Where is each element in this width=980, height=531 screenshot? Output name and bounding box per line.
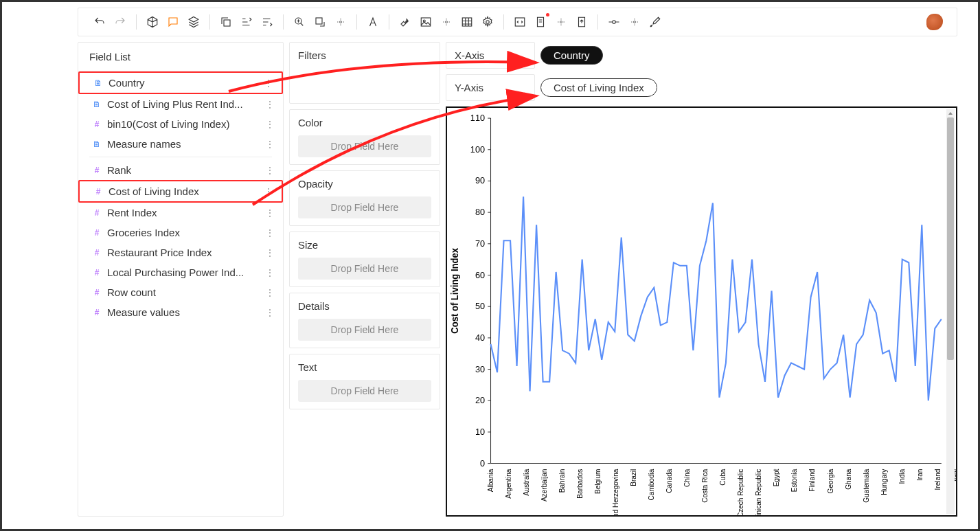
chat-icon[interactable] <box>166 14 181 30</box>
svg-text:Cambodia: Cambodia <box>648 468 655 500</box>
y-axis-label: Y-Axis <box>446 74 535 101</box>
kebab-menu-icon[interactable]: ⋮ <box>265 207 275 218</box>
details-shelf[interactable]: Details Drop Field Here <box>289 293 440 348</box>
image-icon[interactable] <box>418 14 433 30</box>
undo-icon[interactable] <box>92 14 107 30</box>
field-row[interactable]: #Cost of Living Index⋮ <box>78 180 283 203</box>
size-shelf[interactable]: Size Drop Field Here <box>289 231 440 287</box>
image-settings-icon[interactable] <box>439 14 454 30</box>
hash-icon: # <box>92 308 102 317</box>
svg-text:Bosnia And Herzegovina: Bosnia And Herzegovina <box>612 468 619 515</box>
svg-text:70: 70 <box>475 239 485 249</box>
vertical-scrollbar[interactable] <box>946 109 955 514</box>
wrench-icon[interactable] <box>398 14 413 30</box>
svg-text:China: China <box>683 468 691 486</box>
zoom-icon[interactable] <box>292 14 307 30</box>
svg-text:Barbados: Barbados <box>576 469 584 499</box>
text-shelf[interactable]: Text Drop Field Here <box>289 354 440 409</box>
export-icon[interactable] <box>574 14 589 30</box>
kebab-menu-icon[interactable]: ⋮ <box>264 186 273 197</box>
note-settings-icon[interactable] <box>554 14 569 30</box>
x-axis-pill[interactable]: Country <box>540 46 603 65</box>
kebab-menu-icon[interactable]: ⋮ <box>264 78 273 89</box>
kebab-menu-icon[interactable]: ⋮ <box>265 307 275 318</box>
svg-text:40: 40 <box>475 333 485 343</box>
commit-icon[interactable] <box>606 14 622 30</box>
svg-text:Brazil: Brazil <box>630 469 637 486</box>
opacity-shelf[interactable]: Opacity Drop Field Here <box>289 170 440 226</box>
field-label: Restaurant Price Index <box>107 247 260 258</box>
svg-text:90: 90 <box>475 177 485 186</box>
field-list-title: Field List <box>78 43 283 71</box>
copy-icon[interactable] <box>218 14 233 30</box>
hash-icon: # <box>93 187 103 196</box>
chart-area: X-Axis Country Y-Axis Cost of Living Ind… <box>446 42 957 517</box>
svg-text:Australia: Australia <box>523 468 530 495</box>
resize-icon[interactable] <box>312 14 328 30</box>
y-axis-pill[interactable]: Cost of Living Index <box>540 78 657 97</box>
sort-asc-icon[interactable] <box>239 14 254 30</box>
commit-settings-icon[interactable] <box>627 14 642 30</box>
field-label: Cost of Living Index <box>109 185 258 197</box>
brush-icon[interactable] <box>648 14 663 30</box>
svg-text:110: 110 <box>470 113 485 123</box>
hash-icon: # <box>92 228 102 238</box>
field-row[interactable]: 🗎Country⋮ <box>78 71 283 94</box>
kebab-menu-icon[interactable]: ⋮ <box>265 227 275 238</box>
kebab-menu-icon[interactable]: ⋮ <box>265 247 275 258</box>
chart-canvas[interactable]: 0102030405060708090100110Cost of Living … <box>446 106 957 517</box>
svg-text:80: 80 <box>475 207 485 217</box>
hash-icon: # <box>92 166 102 175</box>
field-row[interactable]: #Rent Index⋮ <box>78 203 283 223</box>
svg-text:India: India <box>898 468 905 484</box>
field-row[interactable]: 🗎Cost of Living Plus Rent Ind...⋮ <box>78 94 283 114</box>
note-icon[interactable] <box>533 14 548 30</box>
field-row[interactable]: #Rank⋮ <box>78 160 283 180</box>
kebab-menu-icon[interactable]: ⋮ <box>265 99 275 110</box>
svg-point-11 <box>613 21 616 24</box>
field-row[interactable]: #Restaurant Price Index⋮ <box>78 242 283 262</box>
kebab-menu-icon[interactable]: ⋮ <box>265 287 275 298</box>
format-icon[interactable] <box>365 14 380 30</box>
sort-desc-icon[interactable] <box>260 14 275 30</box>
svg-text:Argentina: Argentina <box>505 468 512 498</box>
cube-icon[interactable] <box>145 14 160 30</box>
drop-target[interactable]: Drop Field Here <box>298 258 431 280</box>
svg-text:Azerbaijan: Azerbaijan <box>540 468 548 501</box>
kebab-menu-icon[interactable]: ⋮ <box>265 119 275 130</box>
code-icon[interactable] <box>512 14 527 30</box>
field-list-panel: Field List 🗎Country⋮🗎Cost of Living Plus… <box>78 42 284 517</box>
x-axis-label: X-Axis <box>446 42 535 69</box>
drop-target[interactable]: Drop Field Here <box>298 135 431 157</box>
svg-text:Belgium: Belgium <box>594 469 602 494</box>
svg-text:Iran: Iran <box>916 468 924 481</box>
layers-icon[interactable] <box>186 14 201 30</box>
redo-icon[interactable] <box>113 14 128 30</box>
drop-target[interactable]: Drop Field Here <box>298 196 431 218</box>
field-label: Cost of Living Plus Rent Ind... <box>107 98 260 110</box>
scrollbar-thumb[interactable] <box>947 117 954 360</box>
color-shelf[interactable]: Color Drop Field Here <box>289 109 440 165</box>
drop-target[interactable]: Drop Field Here <box>298 380 431 402</box>
resize-settings-icon[interactable] <box>333 14 348 30</box>
hash-icon: # <box>92 288 102 297</box>
field-row[interactable]: #Groceries Index⋮ <box>78 223 283 242</box>
field-row[interactable]: #Local Purchasing Power Ind...⋮ <box>78 262 283 282</box>
filters-shelf[interactable]: Filters <box>289 42 440 104</box>
field-row[interactable]: #Measure values⋮ <box>78 302 283 322</box>
kebab-menu-icon[interactable]: ⋮ <box>265 139 275 150</box>
field-row[interactable]: 🗎Measure names⋮ <box>78 134 283 154</box>
kebab-menu-icon[interactable]: ⋮ <box>265 267 275 278</box>
document-icon: 🗎 <box>92 139 102 149</box>
gear-icon[interactable] <box>480 14 495 30</box>
kebab-menu-icon[interactable]: ⋮ <box>265 165 275 176</box>
bird-logo-icon[interactable] <box>926 14 943 30</box>
table-icon[interactable] <box>459 14 475 30</box>
field-label: Rank <box>107 164 260 176</box>
field-row[interactable]: #bin10(Cost of Living Index)⋮ <box>78 114 283 134</box>
field-row[interactable]: #Row count⋮ <box>78 282 283 302</box>
field-label: Rent Index <box>107 207 260 218</box>
field-label: bin10(Cost of Living Index) <box>107 118 260 130</box>
drop-target[interactable]: Drop Field Here <box>298 319 431 341</box>
svg-text:Czech Republic: Czech Republic <box>737 469 744 515</box>
